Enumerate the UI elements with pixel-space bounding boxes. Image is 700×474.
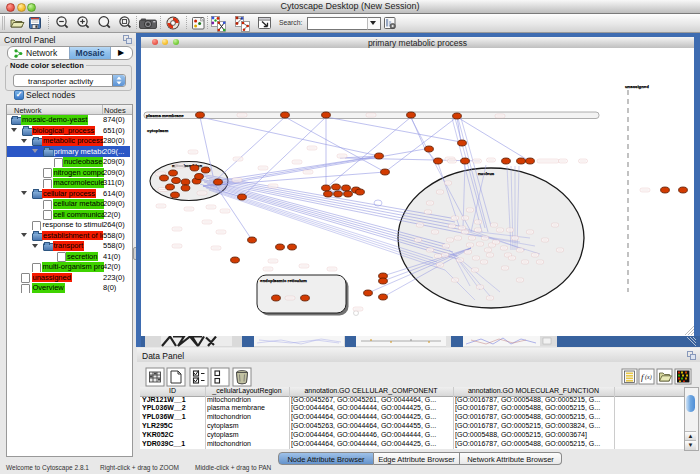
svg-text:unassigned: unassigned — [625, 84, 649, 89]
svg-text:cytoplasm: cytoplasm — [147, 128, 168, 133]
svg-text:endoplasmic reticulum: endoplasmic reticulum — [260, 278, 307, 283]
svg-text:plasma membrane: plasma membrane — [146, 113, 184, 118]
svg-text:(x): (x) — [645, 374, 652, 381]
svg-text:nucleus: nucleus — [478, 171, 495, 176]
